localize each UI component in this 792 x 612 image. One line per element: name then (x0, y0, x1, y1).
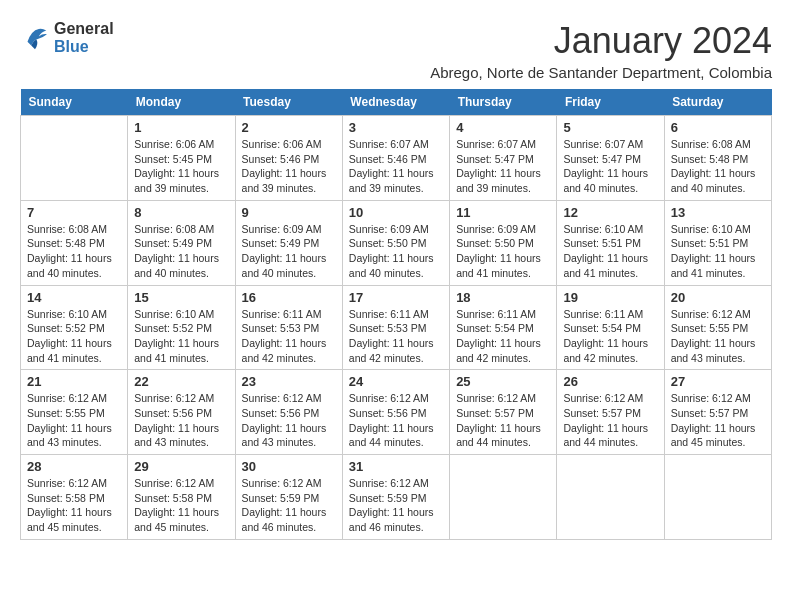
calendar-cell: 12Sunrise: 6:10 AMSunset: 5:51 PMDayligh… (557, 200, 664, 285)
header-friday: Friday (557, 89, 664, 116)
week-row-5: 28Sunrise: 6:12 AMSunset: 5:58 PMDayligh… (21, 455, 772, 540)
calendar-cell: 22Sunrise: 6:12 AMSunset: 5:56 PMDayligh… (128, 370, 235, 455)
day-number: 20 (671, 290, 765, 305)
day-number: 22 (134, 374, 228, 389)
day-number: 7 (27, 205, 121, 220)
calendar-cell: 17Sunrise: 6:11 AMSunset: 5:53 PMDayligh… (342, 285, 449, 370)
day-number: 27 (671, 374, 765, 389)
day-info: Sunrise: 6:12 AMSunset: 5:58 PMDaylight:… (27, 476, 121, 535)
header-thursday: Thursday (450, 89, 557, 116)
calendar-cell: 25Sunrise: 6:12 AMSunset: 5:57 PMDayligh… (450, 370, 557, 455)
day-info: Sunrise: 6:10 AMSunset: 5:52 PMDaylight:… (134, 307, 228, 366)
calendar-cell: 2Sunrise: 6:06 AMSunset: 5:46 PMDaylight… (235, 116, 342, 201)
day-number: 8 (134, 205, 228, 220)
day-number: 23 (242, 374, 336, 389)
header-sunday: Sunday (21, 89, 128, 116)
day-info: Sunrise: 6:10 AMSunset: 5:51 PMDaylight:… (671, 222, 765, 281)
day-number: 25 (456, 374, 550, 389)
day-info: Sunrise: 6:08 AMSunset: 5:48 PMDaylight:… (671, 137, 765, 196)
day-number: 16 (242, 290, 336, 305)
calendar-cell: 19Sunrise: 6:11 AMSunset: 5:54 PMDayligh… (557, 285, 664, 370)
day-number: 2 (242, 120, 336, 135)
calendar-cell: 11Sunrise: 6:09 AMSunset: 5:50 PMDayligh… (450, 200, 557, 285)
week-row-1: 1Sunrise: 6:06 AMSunset: 5:45 PMDaylight… (21, 116, 772, 201)
day-info: Sunrise: 6:12 AMSunset: 5:56 PMDaylight:… (242, 391, 336, 450)
day-number: 13 (671, 205, 765, 220)
calendar-cell: 30Sunrise: 6:12 AMSunset: 5:59 PMDayligh… (235, 455, 342, 540)
calendar-table: Sunday Monday Tuesday Wednesday Thursday… (20, 89, 772, 540)
day-info: Sunrise: 6:06 AMSunset: 5:46 PMDaylight:… (242, 137, 336, 196)
calendar-cell: 27Sunrise: 6:12 AMSunset: 5:57 PMDayligh… (664, 370, 771, 455)
day-number: 18 (456, 290, 550, 305)
calendar-body: 1Sunrise: 6:06 AMSunset: 5:45 PMDaylight… (21, 116, 772, 540)
day-info: Sunrise: 6:07 AMSunset: 5:47 PMDaylight:… (563, 137, 657, 196)
calendar-title: January 2024 (430, 20, 772, 62)
day-info: Sunrise: 6:07 AMSunset: 5:47 PMDaylight:… (456, 137, 550, 196)
day-number: 29 (134, 459, 228, 474)
day-number: 9 (242, 205, 336, 220)
calendar-cell: 18Sunrise: 6:11 AMSunset: 5:54 PMDayligh… (450, 285, 557, 370)
header-saturday: Saturday (664, 89, 771, 116)
calendar-cell: 20Sunrise: 6:12 AMSunset: 5:55 PMDayligh… (664, 285, 771, 370)
calendar-cell: 5Sunrise: 6:07 AMSunset: 5:47 PMDaylight… (557, 116, 664, 201)
day-number: 31 (349, 459, 443, 474)
day-info: Sunrise: 6:12 AMSunset: 5:55 PMDaylight:… (671, 307, 765, 366)
calendar-cell: 24Sunrise: 6:12 AMSunset: 5:56 PMDayligh… (342, 370, 449, 455)
header-wednesday: Wednesday (342, 89, 449, 116)
calendar-cell (557, 455, 664, 540)
day-info: Sunrise: 6:12 AMSunset: 5:57 PMDaylight:… (563, 391, 657, 450)
day-info: Sunrise: 6:11 AMSunset: 5:53 PMDaylight:… (349, 307, 443, 366)
day-number: 3 (349, 120, 443, 135)
calendar-cell (664, 455, 771, 540)
day-number: 24 (349, 374, 443, 389)
day-info: Sunrise: 6:09 AMSunset: 5:49 PMDaylight:… (242, 222, 336, 281)
calendar-cell: 4Sunrise: 6:07 AMSunset: 5:47 PMDaylight… (450, 116, 557, 201)
day-number: 30 (242, 459, 336, 474)
calendar-cell: 21Sunrise: 6:12 AMSunset: 5:55 PMDayligh… (21, 370, 128, 455)
day-info: Sunrise: 6:11 AMSunset: 5:53 PMDaylight:… (242, 307, 336, 366)
day-number: 6 (671, 120, 765, 135)
logo-bird-icon (20, 23, 50, 53)
calendar-cell: 7Sunrise: 6:08 AMSunset: 5:48 PMDaylight… (21, 200, 128, 285)
day-info: Sunrise: 6:09 AMSunset: 5:50 PMDaylight:… (349, 222, 443, 281)
header-tuesday: Tuesday (235, 89, 342, 116)
day-info: Sunrise: 6:11 AMSunset: 5:54 PMDaylight:… (563, 307, 657, 366)
day-number: 26 (563, 374, 657, 389)
calendar-cell: 31Sunrise: 6:12 AMSunset: 5:59 PMDayligh… (342, 455, 449, 540)
calendar-subtitle: Abrego, Norte de Santander Department, C… (430, 64, 772, 81)
day-number: 15 (134, 290, 228, 305)
week-row-3: 14Sunrise: 6:10 AMSunset: 5:52 PMDayligh… (21, 285, 772, 370)
day-info: Sunrise: 6:12 AMSunset: 5:58 PMDaylight:… (134, 476, 228, 535)
day-number: 17 (349, 290, 443, 305)
day-number: 28 (27, 459, 121, 474)
day-number: 5 (563, 120, 657, 135)
calendar-cell: 15Sunrise: 6:10 AMSunset: 5:52 PMDayligh… (128, 285, 235, 370)
day-info: Sunrise: 6:12 AMSunset: 5:59 PMDaylight:… (242, 476, 336, 535)
day-info: Sunrise: 6:10 AMSunset: 5:52 PMDaylight:… (27, 307, 121, 366)
calendar-cell: 29Sunrise: 6:12 AMSunset: 5:58 PMDayligh… (128, 455, 235, 540)
calendar-cell: 1Sunrise: 6:06 AMSunset: 5:45 PMDaylight… (128, 116, 235, 201)
calendar-cell: 23Sunrise: 6:12 AMSunset: 5:56 PMDayligh… (235, 370, 342, 455)
calendar-cell (21, 116, 128, 201)
day-info: Sunrise: 6:12 AMSunset: 5:59 PMDaylight:… (349, 476, 443, 535)
calendar-cell: 14Sunrise: 6:10 AMSunset: 5:52 PMDayligh… (21, 285, 128, 370)
day-info: Sunrise: 6:10 AMSunset: 5:51 PMDaylight:… (563, 222, 657, 281)
calendar-cell: 26Sunrise: 6:12 AMSunset: 5:57 PMDayligh… (557, 370, 664, 455)
calendar-cell (450, 455, 557, 540)
logo: General Blue (20, 20, 114, 56)
calendar-cell: 28Sunrise: 6:12 AMSunset: 5:58 PMDayligh… (21, 455, 128, 540)
day-number: 14 (27, 290, 121, 305)
header-monday: Monday (128, 89, 235, 116)
calendar-cell: 3Sunrise: 6:07 AMSunset: 5:46 PMDaylight… (342, 116, 449, 201)
calendar-cell: 13Sunrise: 6:10 AMSunset: 5:51 PMDayligh… (664, 200, 771, 285)
calendar-cell: 16Sunrise: 6:11 AMSunset: 5:53 PMDayligh… (235, 285, 342, 370)
day-number: 1 (134, 120, 228, 135)
day-info: Sunrise: 6:11 AMSunset: 5:54 PMDaylight:… (456, 307, 550, 366)
calendar-cell: 6Sunrise: 6:08 AMSunset: 5:48 PMDaylight… (664, 116, 771, 201)
title-section: January 2024 Abrego, Norte de Santander … (430, 20, 772, 81)
day-info: Sunrise: 6:12 AMSunset: 5:55 PMDaylight:… (27, 391, 121, 450)
week-row-4: 21Sunrise: 6:12 AMSunset: 5:55 PMDayligh… (21, 370, 772, 455)
day-info: Sunrise: 6:08 AMSunset: 5:49 PMDaylight:… (134, 222, 228, 281)
day-number: 21 (27, 374, 121, 389)
day-info: Sunrise: 6:12 AMSunset: 5:56 PMDaylight:… (134, 391, 228, 450)
